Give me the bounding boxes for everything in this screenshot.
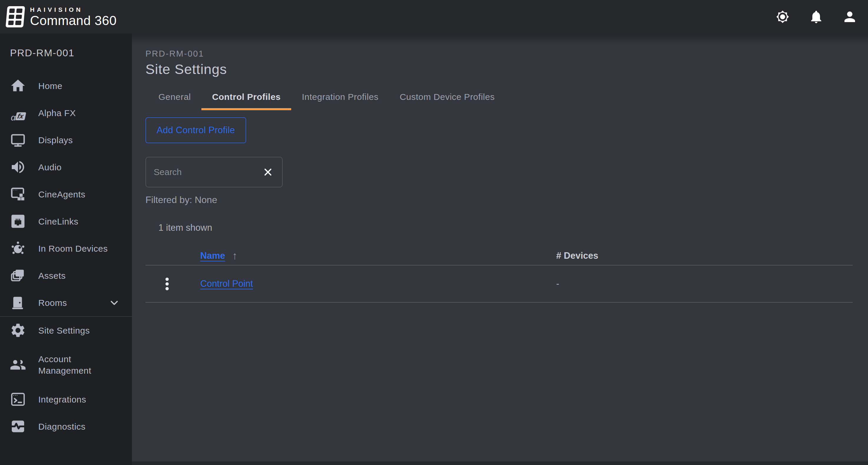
sidebar-item-label: Assets	[38, 270, 66, 282]
display-settings-icon[interactable]	[774, 8, 791, 25]
product-name: Command 360	[30, 14, 117, 27]
assets-icon	[9, 266, 27, 285]
site-settings-gear-icon	[9, 321, 27, 340]
items-shown-count: 1 item shown	[158, 223, 853, 233]
audio-icon	[9, 158, 27, 176]
row-kebab-menu-icon[interactable]	[164, 277, 170, 291]
diagnostics-pulse-icon	[9, 417, 27, 436]
sidebar-nav: Home α fx Alpha FX Displays	[0, 72, 132, 440]
cinelinks-icon	[9, 212, 27, 230]
sidebar-site-id: PRD-RM-001	[10, 47, 132, 59]
tab-integration-profiles[interactable]: Integration Profiles	[291, 88, 389, 110]
sidebar-item-label: Displays	[38, 134, 73, 146]
sidebar-item-account-management[interactable]: Account Management	[0, 344, 132, 386]
page-title: Site Settings	[146, 61, 853, 77]
sidebar-item-assets[interactable]: Assets	[0, 262, 132, 289]
sidebar-item-label: Account Management	[38, 353, 118, 376]
sidebar-item-label: Diagnostics	[38, 421, 86, 432]
sidebar-item-label: Rooms	[38, 297, 67, 309]
sidebar-item-site-settings[interactable]: Site Settings	[0, 317, 132, 344]
account-management-icon	[9, 356, 27, 374]
sidebar-item-diagnostics[interactable]: Diagnostics	[0, 413, 132, 440]
control-profile-link[interactable]: Control Point	[200, 279, 253, 289]
tab-bar: General Control Profiles Integration Pro…	[148, 88, 853, 110]
haivision-logo: HAIVISION Command 360	[6, 6, 117, 27]
sidebar-item-label: In Room Devices	[38, 243, 108, 254]
table-header-row: Name ↑ # Devices	[146, 246, 853, 265]
main-area: PRD-RM-001 Site Settings General Control…	[132, 34, 868, 465]
sidebar-item-rooms[interactable]: Rooms	[0, 289, 132, 316]
tab-general[interactable]: General	[148, 88, 202, 110]
sidebar-item-audio[interactable]: Audio	[0, 153, 132, 181]
column-header-name[interactable]: Name	[200, 251, 225, 261]
sidebar-item-label: Site Settings	[38, 325, 90, 336]
sidebar-item-label: CineAgents	[38, 188, 85, 200]
sidebar-item-label: Home	[38, 80, 62, 92]
add-control-profile-button[interactable]: Add Control Profile	[146, 117, 246, 143]
breadcrumb: PRD-RM-001	[146, 49, 853, 59]
notifications-bell-icon[interactable]	[808, 8, 825, 25]
sort-ascending-icon[interactable]: ↑	[232, 250, 237, 262]
display-icon	[9, 131, 27, 149]
sidebar: PRD-RM-001 Home α fx Alpha FX Displays	[0, 34, 132, 465]
sidebar-item-cinelinks[interactable]: CineLinks	[0, 208, 132, 235]
sidebar-item-label: CineLinks	[38, 216, 78, 227]
integrations-terminal-icon	[9, 390, 27, 408]
sidebar-item-in-room-devices[interactable]: In Room Devices	[0, 235, 132, 262]
search-input[interactable]	[154, 167, 261, 177]
account-person-icon[interactable]	[841, 8, 858, 25]
filtered-by-status: Filtered by: None	[146, 195, 853, 205]
control-profiles-table: Name ↑ # Devices Control Point -	[146, 246, 853, 302]
topbar-actions	[774, 8, 858, 25]
sidebar-item-integrations[interactable]: Integrations	[0, 386, 132, 413]
brand-name: HAIVISION	[30, 6, 117, 13]
rooms-icon	[9, 293, 27, 312]
top-bar: HAIVISION Command 360	[0, 0, 868, 34]
table-row: Control Point -	[146, 265, 853, 302]
sidebar-item-alpha-fx[interactable]: α fx Alpha FX	[0, 99, 132, 126]
cineagents-icon	[9, 185, 27, 203]
column-header-devices: # Devices	[556, 251, 598, 261]
in-room-devices-icon	[9, 239, 27, 258]
home-icon	[9, 77, 27, 95]
tab-control-profiles[interactable]: Control Profiles	[202, 88, 291, 110]
sidebar-item-home[interactable]: Home	[0, 72, 132, 99]
tab-custom-device-profiles[interactable]: Custom Device Profiles	[389, 88, 505, 110]
sidebar-item-label: Audio	[38, 162, 62, 173]
sidebar-item-cineagents[interactable]: CineAgents	[0, 181, 132, 208]
horizontal-scrollbar-track[interactable]	[132, 462, 868, 465]
close-x-icon[interactable]	[261, 165, 275, 179]
alpha-fx-icon: α fx	[9, 104, 27, 122]
haivision-logo-icon	[6, 6, 25, 27]
chevron-down-icon[interactable]	[108, 297, 120, 309]
search-box	[146, 157, 283, 187]
row-devices-value: -	[556, 279, 559, 289]
sidebar-item-displays[interactable]: Displays	[0, 126, 132, 153]
sidebar-item-label: Alpha FX	[38, 107, 76, 119]
sidebar-item-label: Integrations	[38, 394, 86, 405]
